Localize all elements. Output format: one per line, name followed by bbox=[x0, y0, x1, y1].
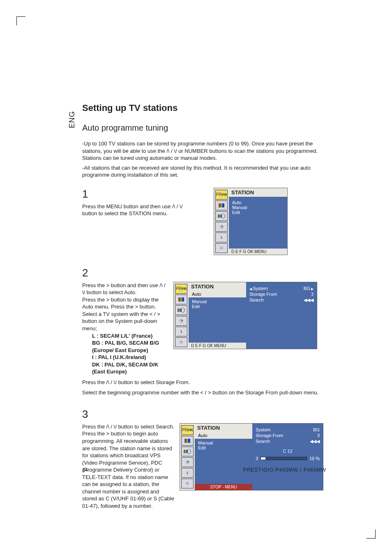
step2-p2: Press the > button to display the Auto m… bbox=[82, 296, 168, 332]
osd-footer-nav: D E F G OK MENU bbox=[189, 343, 246, 349]
osd-icon-setup bbox=[181, 479, 194, 488]
osd-item-edit: Edit bbox=[192, 304, 243, 309]
osd-system-value: BG bbox=[313, 427, 320, 432]
step-number-1: 1 bbox=[82, 188, 189, 200]
osd-search-value: ◀◀◀ bbox=[304, 297, 314, 303]
osd-item-edit: Edit bbox=[198, 445, 249, 450]
osd-system-label: System bbox=[256, 427, 271, 432]
osd-icon-picture bbox=[175, 295, 187, 304]
osd-item-auto-selected: Auto bbox=[195, 432, 252, 439]
osd-item-manual: Manual bbox=[198, 440, 249, 445]
osd-channel: C 12 bbox=[256, 449, 320, 454]
step2-opt-bg: BG : PAL B/G, SECAM B/G (Europe/ East Eu… bbox=[92, 339, 168, 354]
osd-screenshot-1: PR ◔ STATION Auto Manual Edit D E F G OK… bbox=[214, 188, 288, 255]
osd-title: STATION bbox=[195, 424, 252, 432]
osd-icon-sound bbox=[215, 211, 228, 221]
step2-opt-l: L : SECAM L/L' (France) bbox=[92, 332, 168, 340]
osd-storage-value: 3 bbox=[317, 433, 320, 438]
step2-after2: Select the beginning programme number wi… bbox=[82, 389, 326, 396]
osd-icon-time: ◔ bbox=[175, 316, 187, 326]
step2-p1: Press the > button and then use /\ / \/ … bbox=[82, 282, 168, 296]
step2-opt-i: I : PAL I (U.K./Ireland) bbox=[92, 354, 168, 361]
osd-search-value: ◀◀◀ bbox=[310, 439, 320, 444]
step-number-2: 2 bbox=[82, 267, 326, 279]
osd-icon-setup bbox=[175, 337, 187, 347]
osd-item-auto-selected: Auto bbox=[189, 291, 246, 297]
osd-icon-sound bbox=[175, 305, 187, 315]
osd-progress-bar bbox=[261, 457, 307, 460]
osd-icon-setup bbox=[215, 243, 228, 253]
osd-icon-time: ◔ bbox=[181, 457, 194, 467]
osd-item-manual: Manual bbox=[232, 205, 284, 210]
intro-paragraph-1: -Up to 100 TV stations can be stored by … bbox=[82, 140, 326, 162]
osd-footer-nav: D E F G OK MENU bbox=[229, 249, 287, 255]
product-model: PRESTIGIO P400MW / P460MW bbox=[243, 467, 326, 473]
osd-item-manual: Manual bbox=[192, 299, 243, 304]
language-tab: ENG bbox=[68, 111, 76, 128]
osd-storage-value: 3 bbox=[311, 292, 314, 297]
osd-storage-label: Storage From bbox=[256, 433, 283, 438]
osd-title: STATION bbox=[189, 282, 246, 291]
osd-icon-special bbox=[215, 233, 228, 242]
osd-system-label: System bbox=[249, 286, 268, 291]
page-subtitle: Auto programme tuning bbox=[82, 123, 326, 133]
page-title: Setting up TV stations bbox=[82, 103, 326, 113]
osd-progress-right: 10 % bbox=[309, 456, 320, 461]
osd-icon-pr: PR bbox=[215, 190, 228, 200]
osd-icon-picture bbox=[181, 436, 194, 446]
osd-icon-pr: PR bbox=[181, 425, 194, 435]
osd-screenshot-3: PR ◔ STATION Auto Manual Edit bbox=[180, 423, 323, 491]
osd-stop-bar: STOP - MENU bbox=[195, 484, 252, 490]
step2-after1: Press the /\ / \/ button to select Stora… bbox=[82, 379, 326, 386]
osd-system-value: BG bbox=[304, 286, 314, 291]
osd-icon-pr: PR bbox=[175, 284, 187, 294]
osd-item-auto: Auto bbox=[232, 200, 284, 205]
osd-title: STATION bbox=[229, 188, 287, 197]
osd-icon-time: ◔ bbox=[215, 222, 228, 232]
intro-paragraph-2: -All stations that can be received are s… bbox=[82, 164, 326, 179]
osd-storage-label: Storage From bbox=[249, 292, 277, 297]
step-number-3: 3 bbox=[82, 408, 326, 421]
osd-item-edit: Edit bbox=[232, 210, 284, 215]
osd-search-label: Search bbox=[256, 439, 270, 444]
step3-text: Press the /\ / \/ button to select Searc… bbox=[82, 423, 175, 510]
step2-opt-dk: DK : PAL D/K, SECAM D/K (East Europe) bbox=[92, 361, 168, 375]
osd-screenshot-2: PR ◔ STATION Auto Manual Edit bbox=[173, 282, 317, 349]
osd-icon-picture bbox=[215, 200, 228, 210]
step1-text: Press the MENU button and then use /\ / … bbox=[82, 203, 189, 217]
osd-progress-left: 3 bbox=[256, 456, 258, 461]
osd-search-label: Search bbox=[249, 297, 264, 303]
osd-icon-special bbox=[175, 327, 187, 336]
osd-icon-sound bbox=[181, 447, 194, 456]
page-number: 14 bbox=[82, 467, 88, 473]
